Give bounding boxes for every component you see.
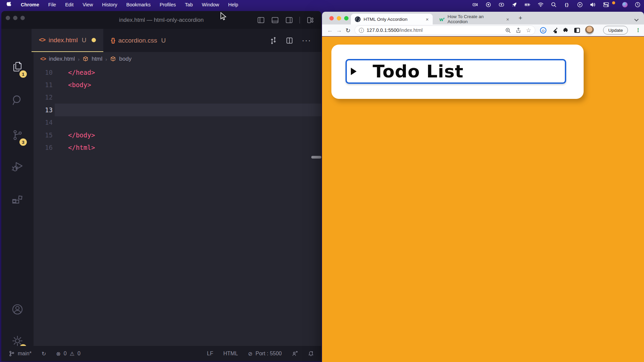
reload-icon[interactable]: ↻	[343, 27, 353, 34]
source-control-icon[interactable]	[1, 128, 34, 142]
clock-icon[interactable]	[635, 2, 641, 8]
zoom-icon[interactable]	[505, 27, 511, 33]
menu-item-view[interactable]: View	[83, 2, 93, 7]
close-tab-icon[interactable]: ×	[506, 16, 509, 22]
back-icon[interactable]: ←	[325, 27, 334, 34]
screen-record-icon[interactable]	[498, 2, 504, 8]
tab-index-html[interactable]: <> index.html U	[32, 29, 103, 52]
extensions-puzzle-icon[interactable]	[563, 27, 569, 34]
code-line: 16 </html>	[34, 141, 321, 154]
breadcrumb[interactable]: <> index.html › html › body	[34, 52, 321, 66]
live-share-icon[interactable]	[292, 351, 298, 357]
site-info-icon[interactable]: i	[359, 28, 364, 33]
breadcrumb-file[interactable]: index.html	[49, 56, 75, 62]
close-button[interactable]	[329, 16, 334, 20]
volume-icon[interactable]	[590, 2, 596, 8]
menu-item-help[interactable]: Help	[228, 2, 238, 7]
siri-icon[interactable]	[622, 2, 628, 7]
tab-accordion-css[interactable]: {} accordion.css U	[103, 29, 173, 52]
menu-item-profiles[interactable]: Profiles	[160, 2, 176, 7]
accounts-icon[interactable]	[1, 303, 34, 316]
address-bar[interactable]: i 127.0.0.1:5500/index.html ☆	[355, 25, 535, 35]
live-server-favicon	[355, 16, 361, 22]
html-file-icon: <>	[39, 37, 45, 44]
breadcrumb-body[interactable]: body	[119, 56, 131, 62]
open-changes-icon[interactable]	[270, 37, 277, 44]
update-button[interactable]: Update	[603, 26, 628, 35]
url-text[interactable]: 127.0.0.1:5500/index.html	[367, 27, 423, 33]
unsaved-dot-icon[interactable]	[92, 38, 96, 42]
customize-layout-icon[interactable]	[307, 16, 314, 24]
search-icon[interactable]	[1, 94, 34, 107]
tab-label: accordion.css	[118, 37, 157, 44]
macos-menu-bar: Chrome File Edit View History Bookmarks …	[0, 0, 644, 9]
menu-item-edit[interactable]: Edit	[65, 2, 73, 7]
play-circle-icon[interactable]	[577, 2, 583, 8]
privacy-extension-icon[interactable]	[540, 27, 546, 34]
split-editor-icon[interactable]	[286, 37, 293, 44]
menu-item-app[interactable]: Chrome	[21, 2, 39, 7]
toggle-secondary-sidebar-icon[interactable]	[285, 16, 293, 24]
tab-overflow-chevron-icon[interactable]	[635, 16, 638, 22]
extensions-icon[interactable]	[1, 193, 34, 207]
apple-menu-icon[interactable]	[7, 2, 12, 7]
menu-item-file[interactable]: File	[48, 2, 56, 7]
language-indicator[interactable]: HTML	[223, 351, 238, 357]
css-file-icon: {}	[111, 37, 115, 44]
tab-label: index.html	[49, 37, 78, 44]
block-icon: ⊘	[248, 351, 252, 357]
chrome-traffic-lights[interactable]	[329, 16, 348, 20]
share-icon[interactable]	[516, 27, 521, 33]
git-branch-indicator[interactable]: main*	[9, 351, 32, 357]
code-braces-icon[interactable]: {}	[564, 2, 570, 8]
notifications-bell-icon[interactable]	[308, 351, 314, 357]
vscode-window: index.html — html-only-accordion <> inde…	[1, 11, 321, 361]
forward-icon[interactable]: →	[334, 27, 343, 34]
explorer-badge: 1	[19, 70, 27, 78]
tab-html-only-accordion[interactable]: HTML Only Accordion ×	[351, 14, 433, 24]
settings-gear-icon[interactable]	[1, 334, 34, 348]
record-icon[interactable]	[485, 2, 491, 8]
zoom-button[interactable]	[344, 16, 348, 20]
menu-item-history[interactable]: History	[102, 2, 117, 7]
control-center-icon[interactable]	[603, 2, 609, 8]
chrome-toolbar: ← → ↻ i 127.0.0.1:5500/index.html ☆ Upda…	[322, 24, 644, 36]
battery-charging-icon[interactable]	[525, 2, 531, 8]
close-tab-icon[interactable]: ×	[426, 16, 429, 22]
problems-indicator[interactable]: ⊗ 0 ⚠ 0	[56, 351, 80, 357]
tab-w3schools[interactable]: w' How To Create an Accordion ×	[435, 14, 513, 24]
bookmark-star-icon[interactable]: ☆	[526, 27, 531, 34]
rocket-icon[interactable]	[512, 2, 518, 8]
profile-avatar[interactable]	[585, 26, 594, 35]
menu-item-window[interactable]: Window	[202, 2, 219, 7]
eol-indicator[interactable]: LF	[207, 351, 213, 357]
code-line: 11 <body>	[34, 78, 321, 91]
toggle-panel-icon[interactable]	[271, 16, 279, 24]
more-actions-icon[interactable]: ···	[302, 36, 311, 45]
chrome-menu-dots-icon[interactable]: ⋮	[636, 27, 641, 33]
accordion-summary[interactable]: Todo List	[345, 59, 566, 84]
sync-indicator[interactable]: ↻	[42, 351, 46, 357]
window-resize-handle[interactable]	[311, 156, 321, 159]
explorer-icon[interactable]	[1, 60, 34, 74]
w3schools-favicon: w'	[439, 16, 444, 22]
code-line-current: 13	[34, 104, 321, 116]
menu-item-bookmarks[interactable]: Bookmarks	[126, 2, 151, 7]
live-server-port[interactable]: ⊘ Port : 5500	[248, 351, 282, 357]
vscode-title-bar[interactable]: index.html — html-only-accordion	[1, 11, 321, 29]
wifi-icon[interactable]	[538, 2, 544, 8]
breadcrumb-html[interactable]: html	[92, 56, 102, 62]
html-file-icon: <>	[40, 56, 46, 62]
color-picker-extension-icon[interactable]	[551, 27, 558, 34]
code-line: 15 </body>	[34, 129, 321, 141]
minimize-button[interactable]	[337, 16, 341, 20]
run-debug-icon[interactable]	[1, 160, 34, 173]
menu-item-tab[interactable]: Tab	[185, 2, 193, 7]
side-panel-icon[interactable]	[574, 28, 580, 33]
spotlight-search-icon[interactable]	[551, 2, 557, 8]
accordion-title: Todo List	[373, 61, 464, 81]
code-editor[interactable]: 10 </head> 11 <body> 12 13	[34, 66, 321, 346]
toggle-sidebar-icon[interactable]	[257, 16, 265, 24]
new-tab-icon[interactable]: +	[519, 14, 522, 22]
camera-icon[interactable]	[472, 2, 478, 8]
